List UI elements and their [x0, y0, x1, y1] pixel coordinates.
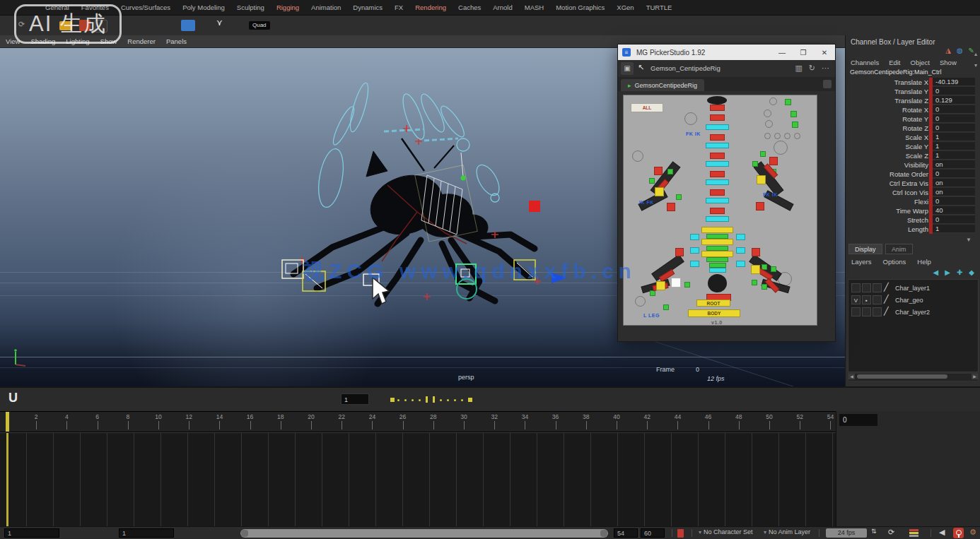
picker-element[interactable]	[701, 227, 733, 233]
picker-element[interactable]	[707, 96, 727, 105]
shelf-tab-curves-surfaces[interactable]: Curves/Surfaces	[121, 4, 170, 11]
timeline-cell[interactable]	[699, 433, 725, 526]
picker-element[interactable]	[708, 274, 727, 292]
timeline-cell[interactable]	[107, 433, 134, 526]
layer-tab-display[interactable]: Display	[848, 244, 882, 254]
timeline-cell[interactable]	[188, 433, 215, 526]
preferences-icon[interactable]: ⚙	[969, 528, 976, 537]
close-button[interactable]: ✕	[814, 45, 835, 60]
timeline-cell[interactable]	[134, 433, 161, 526]
picker-button[interactable]: BODY	[688, 309, 740, 317]
picker-titlebar[interactable]: ≡ MG PickerStudio 1.92 — ❐ ✕	[618, 45, 835, 60]
layer-menu-options[interactable]: Options	[883, 258, 906, 266]
anim-layers-icon[interactable]	[909, 529, 918, 537]
channel-value-field[interactable]: 1	[933, 225, 975, 233]
shelf-tab-xgen[interactable]: XGen	[617, 4, 634, 11]
channel-value-field[interactable]: 0	[933, 197, 975, 206]
playhead[interactable]	[6, 412, 9, 432]
layer-playback-toggle[interactable]: ▪	[862, 295, 871, 304]
picker-button[interactable]: ROOT	[696, 300, 730, 307]
picker-button[interactable]: ALL	[631, 103, 663, 112]
channel-box-menu-object[interactable]: Object	[911, 59, 930, 66]
channel-box-menu-show[interactable]: Show	[940, 59, 957, 66]
layer-tool-icon-2[interactable]: ✚	[957, 268, 962, 276]
picker-element[interactable]	[655, 187, 664, 196]
picker-element[interactable]	[757, 175, 766, 184]
picker-element[interactable]	[684, 112, 697, 125]
layer-name[interactable]: Char_layer2	[895, 309, 930, 316]
bookmark-icon[interactable]	[677, 529, 684, 538]
frame-entry-field[interactable]: 1	[341, 393, 369, 405]
pane-expander-up-icon[interactable]: ▴	[974, 51, 977, 57]
picker-canvas[interactable]: FK IKIK FKFK IKL LEGALLROOTBODYv1.0	[623, 95, 817, 326]
range-slider-right-handle[interactable]	[600, 530, 607, 537]
timeline-cell[interactable]	[296, 433, 322, 526]
select-tool-icon[interactable]: ▣	[621, 62, 634, 75]
channel-value-field[interactable]: on	[933, 160, 975, 169]
loop-playback-icon[interactable]: ⟳	[888, 528, 894, 537]
picker-element[interactable]	[756, 202, 764, 211]
picker-element[interactable]	[736, 247, 745, 254]
picker-element[interactable]	[792, 122, 798, 128]
picker-element[interactable]	[706, 246, 728, 251]
timeline-cell[interactable]	[430, 433, 457, 526]
layer-type-cell[interactable]	[873, 295, 882, 304]
more-options-icon[interactable]: ⋯	[822, 64, 829, 73]
edit-toggle-icon[interactable]: ✎	[969, 47, 974, 54]
picker-element[interactable]	[710, 134, 725, 141]
layer-tool-icon-0[interactable]: ◀	[933, 268, 939, 276]
picker-element[interactable]	[774, 141, 788, 155]
maximize-button[interactable]: ❐	[793, 45, 814, 60]
current-frame-field[interactable]: 0	[839, 414, 877, 426]
magnet-snap-icon[interactable]: U	[8, 391, 18, 405]
timeline-cell[interactable]	[672, 433, 699, 526]
layer-row[interactable]: V▪╱Char_geo	[850, 295, 974, 306]
shelf-tab-poly-modeling[interactable]: Poly Modeling	[182, 4, 225, 11]
layer-visibility-toggle[interactable]: V	[851, 295, 861, 304]
picker-element[interactable]	[663, 304, 669, 310]
picker-element[interactable]	[751, 265, 760, 274]
picker-element[interactable]	[706, 161, 729, 167]
spinner-icon[interactable]: ⇅	[871, 528, 877, 535]
picker-element[interactable]	[706, 198, 729, 203]
picker-element[interactable]	[675, 248, 684, 256]
picker-element[interactable]	[654, 167, 663, 175]
timeline-cell[interactable]	[618, 433, 645, 526]
timeline-cell[interactable]	[27, 433, 54, 526]
pane-expander-down-icon[interactable]: ▾	[974, 62, 977, 69]
grid-view-icon[interactable]: ▥	[795, 64, 803, 73]
shelf-tab-animation[interactable]: Animation	[311, 4, 341, 11]
picker-element[interactable]	[710, 208, 725, 214]
picker-element[interactable]	[764, 109, 771, 117]
shelf-tab-rendering[interactable]: Rendering	[415, 4, 446, 11]
picker-element[interactable]	[706, 124, 729, 130]
picker-element[interactable]	[667, 169, 673, 174]
picker-element[interactable]	[635, 296, 646, 307]
timeline-cell[interactable]	[564, 433, 591, 526]
arrow-down-icon[interactable]: ⋎	[216, 18, 223, 28]
horizontal-scrollbar[interactable]: ◀ ▶	[848, 373, 979, 381]
refresh-icon[interactable]: ↻	[809, 64, 815, 73]
picker-element[interactable]	[706, 234, 728, 239]
picker-element[interactable]	[791, 111, 797, 117]
scroll-left-arrow[interactable]: ◀	[848, 374, 855, 379]
picker-element[interactable]	[676, 194, 682, 200]
picker-element[interactable]	[784, 133, 791, 139]
picker-element[interactable]	[736, 234, 745, 240]
scroll-thumb[interactable]	[857, 374, 947, 379]
channel-value-field[interactable]: 0	[933, 124, 975, 132]
sphere-toggle-icon[interactable]: ◍	[957, 47, 963, 54]
picker-element[interactable]	[710, 114, 725, 121]
selected-joint-dot[interactable]	[461, 153, 466, 181]
layer-menu-help[interactable]: Help	[917, 258, 931, 266]
layer-name[interactable]: Char_layer1	[895, 285, 930, 292]
shelf-tab-dynamics[interactable]: Dynamics	[353, 4, 383, 11]
range-slider[interactable]	[240, 529, 608, 538]
picker-element[interactable]	[752, 161, 758, 167]
picker-element[interactable]	[774, 133, 781, 139]
picker-element[interactable]	[706, 179, 729, 185]
picker-element[interactable]	[709, 263, 726, 268]
timeline-cell[interactable]	[269, 433, 296, 526]
channel-box-menu-edit[interactable]: Edit	[889, 59, 900, 66]
timeline-cell[interactable]	[0, 433, 27, 526]
